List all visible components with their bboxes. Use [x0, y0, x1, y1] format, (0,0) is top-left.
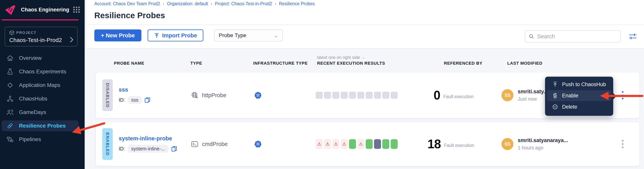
avatar: SS — [502, 89, 514, 101]
chevron-right-icon — [70, 37, 74, 42]
copy-icon[interactable] — [144, 97, 150, 103]
status-badge-enabled: ENABLED — [102, 128, 113, 160]
execution-result-empty — [332, 92, 339, 99]
copy-icon[interactable] — [171, 146, 177, 152]
import-probe-button-label: Import Probe — [162, 32, 197, 39]
probe-type-cell: httpProbe — [191, 72, 226, 118]
probe-name-cell: sss ID: sss — [119, 72, 150, 118]
probe-name-link[interactable]: sss — [119, 86, 128, 93]
sidebar: Chaos Engineering PROJECT Chaos-Test-in-… — [0, 0, 86, 169]
menu-item-enable[interactable]: Enable — [547, 90, 611, 101]
recent-execution-results — [316, 72, 398, 118]
modified-by-user: smriti.satyanaraya... — [518, 138, 568, 144]
import-probe-button[interactable]: Import Probe — [148, 30, 203, 42]
avatar: SS — [502, 138, 514, 150]
menu-item-label: Enable — [562, 93, 578, 99]
id-label: ID: — [119, 146, 125, 152]
sidebar-item-chaos-experiments[interactable]: Chaos Experiments — [2, 66, 79, 77]
column-header-type: TYPE — [190, 61, 202, 66]
column-header-recent-execution-results: RECENT EXECUTION RESULTS — [317, 61, 385, 66]
infrastructure-type-cell — [254, 72, 262, 118]
project-name: Chaos-Test-in-Prod2 — [9, 37, 74, 43]
toolbar: + New Probe Import Probe Probe Type ⌄ — [94, 30, 283, 42]
last-modified-cell: SS smriti.saty... Just now — [502, 72, 548, 118]
probe-id-value: system-inline-... — [128, 145, 168, 153]
sidebar-item-application-maps[interactable]: Application Maps — [2, 80, 79, 90]
breadcrumb: Account: Chaos Dev Team Prod2 › Organiza… — [94, 1, 315, 6]
people-icon — [6, 108, 14, 116]
id-label: ID: — [119, 97, 125, 103]
project-selector[interactable]: PROJECT Chaos-Test-in-Prod2 — [5, 27, 78, 46]
modified-time: 1 hours ago — [518, 145, 568, 150]
module-grid-icon[interactable] — [73, 6, 80, 13]
execution-result-empty — [366, 92, 373, 99]
sidebar-item-resilience-probes[interactable]: Resilience Probes — [2, 120, 79, 131]
breadcrumb-project-link[interactable]: Project: Chaos-Test-in-Prod2 — [215, 1, 272, 6]
breadcrumb-separator: › — [163, 1, 164, 6]
sidebar-item-overview[interactable]: Overview — [2, 53, 79, 64]
referenced-count: 18 — [428, 137, 441, 151]
globe-icon — [191, 91, 198, 99]
referenced-label: Fault execution — [443, 94, 474, 99]
sidebar-item-gamedays[interactable]: GameDays — [2, 107, 79, 118]
kubernetes-icon — [254, 140, 262, 148]
execution-result-pass — [349, 139, 356, 149]
table-row-system-inline-probe[interactable]: ENABLED system-inline-probe ID: system-i… — [96, 122, 640, 166]
new-probe-button-label: + New Probe — [101, 32, 135, 39]
breadcrumb-current-page[interactable]: Resilience Probes — [279, 1, 315, 6]
execution-result-empty — [382, 92, 389, 99]
enable-icon — [552, 92, 558, 99]
row-actions-menu-button[interactable] — [622, 122, 624, 166]
breadcrumb-organization-link[interactable]: Organization: default — [167, 1, 208, 6]
terminal-icon — [191, 140, 198, 148]
probe-name-link[interactable]: system-inline-probe — [119, 135, 172, 142]
infrastructure-type-cell — [254, 122, 262, 166]
column-header-infrastructure-type: INFRASTRUCTURE TYPE — [253, 61, 308, 66]
probe-type-dropdown-label: Probe Type — [219, 32, 246, 38]
flask-icon — [6, 68, 14, 76]
modified-time: Just now — [518, 96, 548, 102]
sidebar-item-pipelines[interactable]: Pipelines — [2, 134, 79, 145]
last-modified-cell: SS smriti.satyanaraya... 1 hours ago — [502, 122, 568, 166]
filter-sliders-icon[interactable] — [628, 32, 637, 41]
sidebar-item-label: Resilience Probes — [19, 123, 66, 129]
sidebar-nav: Overview Chaos Experiments Application M… — [2, 53, 79, 148]
search-input[interactable] — [537, 33, 617, 40]
search-box — [525, 30, 621, 42]
menu-item-label: Delete — [562, 104, 577, 110]
menu-item-delete[interactable]: Delete — [547, 102, 611, 112]
probe-name-cell: system-inline-probe ID: system-inline-..… — [119, 122, 177, 166]
execution-result-na — [374, 139, 381, 149]
sidebar-item-label: Chaos Experiments — [19, 68, 66, 75]
probe-icon — [6, 122, 14, 130]
execution-result-fail: ⚠ — [357, 139, 364, 149]
probe-type-dropdown[interactable]: Probe Type ⌄ — [214, 30, 283, 42]
status-badge-disabled: DISABLED — [102, 79, 113, 111]
pipeline-icon — [6, 136, 14, 143]
sidebar-item-chaoshubs[interactable]: ChaosHubs — [2, 93, 79, 104]
probe-type-label: httpProbe — [202, 92, 226, 98]
probe-type-label: cmdProbe — [202, 141, 228, 147]
execution-result-pass — [391, 139, 398, 149]
execution-result-fail: ⚠ — [341, 139, 348, 149]
app-title: Chaos Engineering — [21, 7, 73, 13]
modified-by-user: smriti.saty... — [518, 89, 548, 95]
sidebar-item-label: ChaosHubs — [19, 96, 47, 102]
menu-item-label: Push to ChaosHub — [562, 82, 606, 88]
sidebar-item-label: Overview — [19, 55, 42, 61]
sidebar-header: Chaos Engineering — [0, 0, 85, 19]
execution-result-pass — [382, 139, 389, 149]
menu-item-push-to-chaoshub[interactable]: Push to ChaosHub — [547, 79, 611, 90]
row-actions-menu-button[interactable] — [622, 72, 624, 118]
execution-result-empty — [316, 92, 323, 99]
referenced-by-cell: 18 Fault execution — [428, 122, 474, 166]
page-title: Resilience Probes — [94, 11, 165, 20]
column-header-last-modified: LAST MODIFIED — [507, 61, 542, 66]
probe-id-value: sss — [128, 96, 142, 104]
cube-icon — [9, 30, 14, 35]
execution-result-empty — [357, 92, 364, 99]
new-probe-button[interactable]: + New Probe — [94, 30, 142, 42]
breadcrumb-account-link[interactable]: Account: Chaos Dev Team Prod2 — [94, 1, 160, 6]
execution-result-empty — [374, 92, 381, 99]
home-icon — [6, 54, 14, 62]
